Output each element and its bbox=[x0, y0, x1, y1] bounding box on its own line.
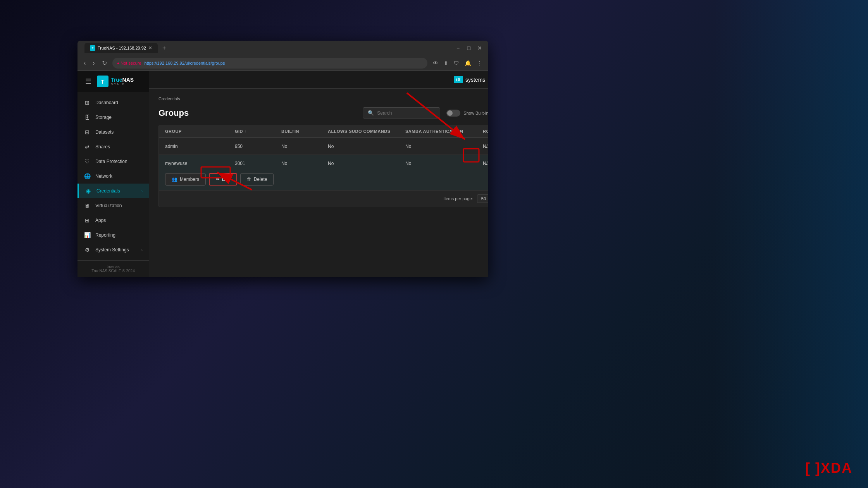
sidebar-item-shares[interactable]: ⇄ Shares bbox=[78, 139, 149, 154]
forward-btn[interactable]: › bbox=[91, 58, 96, 68]
sidebar-label-dashboard: Dashboard bbox=[95, 100, 118, 105]
active-tab[interactable]: T TrueNAS - 192.168.29.92 ✕ bbox=[84, 43, 158, 53]
row-admin-roles: N/A bbox=[483, 144, 488, 149]
reporting-icon: 📊 bbox=[84, 232, 91, 239]
row-mynewuse-samba: No bbox=[405, 161, 483, 166]
row-mynewuse-roles: N/A bbox=[483, 161, 488, 166]
maximize-btn[interactable]: □ bbox=[464, 43, 474, 53]
bell-icon[interactable]: 🔔 bbox=[463, 58, 473, 68]
sidebar-item-data-protection[interactable]: 🛡 Data Protection bbox=[78, 154, 149, 169]
row-admin-sudo: No bbox=[328, 144, 405, 149]
xda-watermark: [ ]XDA bbox=[805, 460, 852, 476]
sidebar: ☰ T TrueNAS SCALE ⊞ bbox=[78, 71, 149, 277]
table-row: mynewuse 3001 No No No N/A ∧ bbox=[159, 155, 488, 191]
pagination: Items per page: 50 25 100 1 – 2 of 2 ⊨ ‹… bbox=[159, 191, 488, 207]
url-text: https://192.168.29.92/ui/credentials/gro… bbox=[145, 61, 225, 65]
browser-actions: 👁 ⬆ 🛡 🔔 ⋮ bbox=[431, 58, 484, 68]
members-icon: 👥 bbox=[172, 177, 177, 182]
new-tab-btn[interactable]: + bbox=[159, 43, 169, 53]
sidebar-item-datasets[interactable]: ⊟ Datasets bbox=[78, 125, 149, 139]
sidebar-item-reporting[interactable]: 📊 Reporting bbox=[78, 228, 149, 242]
close-btn[interactable]: ✕ bbox=[475, 43, 484, 53]
per-page-select[interactable]: 50 25 100 bbox=[477, 194, 488, 203]
system-settings-icon: ⚙ bbox=[84, 246, 91, 253]
url-bar[interactable]: ● Not secure https://192.168.29.92/ui/cr… bbox=[112, 58, 427, 69]
row-mynewuse-builtin: No bbox=[281, 161, 328, 166]
members-button[interactable]: 👥 Members bbox=[165, 173, 206, 186]
shares-icon: ⇄ bbox=[84, 143, 91, 150]
breadcrumb: Credentials bbox=[158, 96, 488, 101]
search-box[interactable]: 🔍 bbox=[363, 107, 440, 119]
row-admin-builtin: No bbox=[281, 144, 328, 149]
delete-icon: 🗑 bbox=[247, 177, 251, 182]
col-group: Group bbox=[165, 129, 235, 134]
shield-icon[interactable]: 🛡 bbox=[452, 58, 461, 68]
logo-svg-icon: T bbox=[97, 76, 108, 87]
items-per-page-label: Items per page: bbox=[443, 196, 473, 201]
tab-title: TrueNAS - 192.168.29.92 bbox=[98, 46, 146, 50]
sidebar-label-storage: Storage bbox=[95, 115, 112, 120]
refresh-btn[interactable]: ↻ bbox=[100, 58, 108, 68]
tab-close-btn[interactable]: ✕ bbox=[148, 45, 152, 51]
minimize-btn[interactable]: − bbox=[453, 43, 463, 53]
groups-table: Group GID ↑ Builtin Allows sudo commands bbox=[158, 125, 488, 207]
main-content: Credentials Groups 🔍 Show Built-in Group… bbox=[149, 89, 488, 277]
sidebar-item-dashboard[interactable]: ⊞ Dashboard bbox=[78, 95, 149, 110]
delete-button[interactable]: 🗑 Delete bbox=[240, 173, 274, 186]
edit-button[interactable]: ✏ Edit bbox=[209, 173, 237, 186]
sidebar-item-network[interactable]: 🌐 Network bbox=[78, 169, 149, 184]
virtualization-icon: 🖥 bbox=[84, 202, 91, 209]
row-admin-gid: 950 bbox=[235, 144, 281, 149]
sidebar-label-reporting: Reporting bbox=[95, 232, 115, 238]
table-row: admin 950 No No No N/A ∨ bbox=[159, 138, 488, 155]
row-mynewuse-group: mynewuse bbox=[165, 161, 235, 166]
hamburger-btn[interactable]: ☰ bbox=[84, 76, 93, 87]
version: TrueNAS SCALE ® 2024 bbox=[84, 269, 143, 273]
sidebar-label-data-protection: Data Protection bbox=[95, 159, 127, 164]
col-gid[interactable]: GID ↑ bbox=[235, 129, 281, 134]
row-mynewuse-sudo: No bbox=[328, 161, 405, 166]
topbar: iX systems 👁 🌐 📋 🔔 admin 👤 ⏻ bbox=[149, 71, 488, 89]
system-settings-chevron: › bbox=[141, 248, 143, 252]
share-btn[interactable]: ⬆ bbox=[442, 58, 450, 68]
sidebar-label-apps: Apps bbox=[95, 218, 106, 223]
toggle-container: Show Built-in Groups bbox=[446, 110, 488, 117]
builtin-toggle[interactable] bbox=[446, 110, 460, 117]
sidebar-item-system-settings[interactable]: ⚙ System Settings › bbox=[78, 242, 149, 257]
logo-scale: SCALE bbox=[111, 82, 134, 86]
ixsystems-text: systems bbox=[465, 77, 485, 83]
data-protection-icon: 🛡 bbox=[84, 158, 91, 165]
dashboard-icon: ⊞ bbox=[84, 99, 91, 106]
credentials-chevron: › bbox=[141, 189, 143, 193]
logo-blue: True bbox=[111, 77, 122, 83]
sidebar-footer: truenas TrueNAS SCALE ® 2024 bbox=[78, 260, 149, 277]
sidebar-label-virtualization: Virtualization bbox=[95, 203, 122, 208]
page-title: Groups bbox=[158, 108, 356, 118]
sidebar-item-apps[interactable]: ⊞ Apps bbox=[78, 213, 149, 228]
sidebar-item-storage[interactable]: 🗄 Storage bbox=[78, 110, 149, 125]
browser-titlebar: T TrueNAS - 192.168.29.92 ✕ + − □ ✕ bbox=[78, 41, 488, 55]
menu-btn[interactable]: ⋮ bbox=[475, 58, 484, 68]
logo-white: NAS bbox=[122, 77, 134, 83]
hostname: truenas bbox=[84, 265, 143, 269]
sidebar-item-credentials[interactable]: ◉ Credentials › bbox=[78, 184, 149, 198]
back-btn[interactable]: ‹ bbox=[82, 58, 87, 68]
row-mynewuse-gid: 3001 bbox=[235, 161, 281, 166]
sidebar-label-network: Network bbox=[95, 174, 112, 179]
edit-icon: ✏ bbox=[216, 177, 220, 182]
security-indicator: ● Not secure bbox=[117, 61, 141, 65]
sidebar-item-virtualization[interactable]: 🖥 Virtualization bbox=[78, 198, 149, 213]
neon-effect bbox=[713, 0, 868, 488]
row-admin-samba: No bbox=[405, 144, 483, 149]
window-controls: − □ ✕ bbox=[453, 43, 484, 53]
extensions-btn[interactable]: 👁 bbox=[431, 58, 440, 68]
ixsystems-brand: iX systems bbox=[454, 76, 486, 83]
ix-logo: iX bbox=[454, 76, 463, 83]
content-area: iX systems 👁 🌐 📋 🔔 admin 👤 ⏻ bbox=[149, 71, 488, 277]
search-input[interactable] bbox=[377, 110, 435, 116]
app-content: ☰ T TrueNAS SCALE ⊞ bbox=[78, 71, 488, 277]
datasets-icon: ⊟ bbox=[84, 129, 91, 136]
col-sudo: Allows sudo commands bbox=[328, 129, 405, 134]
row-actions: 👥 Members ✏ Edit 🗑 Delete bbox=[159, 172, 488, 190]
sidebar-label-datasets: Datasets bbox=[95, 129, 114, 135]
